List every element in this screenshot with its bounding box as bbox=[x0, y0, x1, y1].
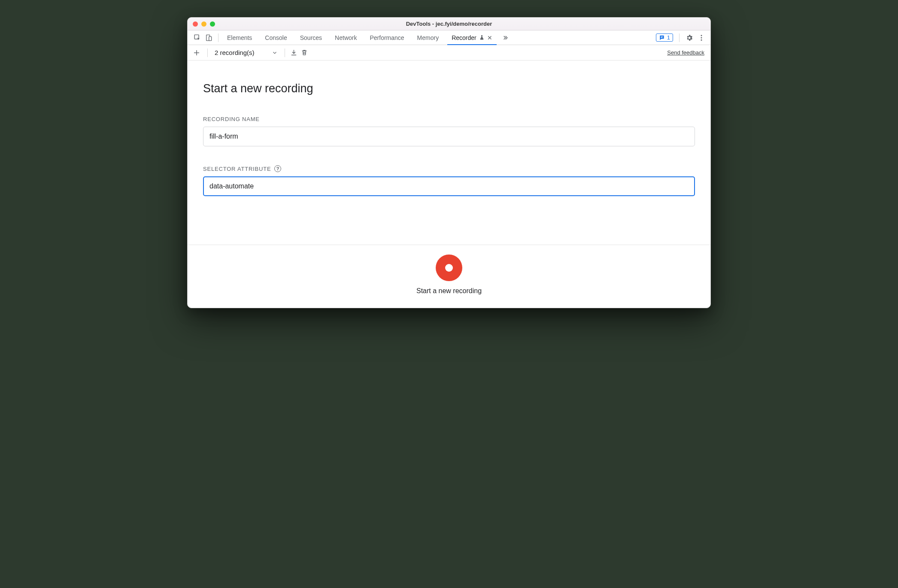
recorder-content: Start a new recording RECORDING NAME SEL… bbox=[188, 61, 710, 245]
page-title: Start a new recording bbox=[203, 82, 695, 95]
app-window: DevTools - jec.fyi/demo/recorder Element… bbox=[187, 17, 711, 308]
tab-label: Elements bbox=[227, 34, 252, 41]
close-tab-icon[interactable]: ✕ bbox=[487, 34, 492, 41]
tab-sources[interactable]: Sources bbox=[294, 30, 328, 45]
recording-name-label: RECORDING NAME bbox=[203, 116, 695, 122]
recordings-dropdown[interactable]: 2 recording(s) bbox=[213, 49, 279, 56]
export-icon[interactable] bbox=[290, 49, 297, 56]
zoom-window-button[interactable] bbox=[210, 21, 215, 27]
delete-trash-icon[interactable] bbox=[301, 49, 308, 56]
divider bbox=[679, 33, 680, 42]
new-recording-icon[interactable] bbox=[191, 49, 202, 57]
more-tabs-icon[interactable] bbox=[499, 34, 511, 41]
tab-label: Network bbox=[335, 34, 357, 41]
recording-name-field: RECORDING NAME bbox=[203, 116, 695, 146]
svg-point-7 bbox=[701, 39, 702, 40]
tab-label: Recorder bbox=[452, 34, 476, 41]
svg-rect-3 bbox=[661, 36, 663, 37]
issues-count: 1 bbox=[667, 34, 670, 41]
svg-rect-2 bbox=[209, 36, 212, 40]
send-feedback-link[interactable]: Send feedback bbox=[667, 49, 707, 56]
tab-label: Memory bbox=[417, 34, 439, 41]
selector-attribute-field: SELECTOR ATTRIBUTE ? bbox=[203, 165, 695, 196]
devtools-tabstrip: Elements Console Sources Network Perform… bbox=[188, 30, 710, 45]
tab-console[interactable]: Console bbox=[259, 30, 293, 45]
tab-elements[interactable]: Elements bbox=[221, 30, 258, 45]
titlebar: DevTools - jec.fyi/demo/recorder bbox=[188, 18, 710, 30]
svg-point-6 bbox=[701, 37, 702, 38]
minimize-window-button[interactable] bbox=[201, 21, 206, 27]
svg-point-5 bbox=[701, 35, 702, 36]
divider bbox=[207, 48, 208, 57]
tab-label: Sources bbox=[300, 34, 322, 41]
dropdown-label: 2 recording(s) bbox=[215, 49, 255, 56]
tab-recorder[interactable]: Recorder ✕ bbox=[446, 30, 498, 45]
selector-attribute-label: SELECTOR ATTRIBUTE bbox=[203, 166, 271, 172]
help-icon[interactable]: ? bbox=[274, 165, 281, 172]
record-dot-icon bbox=[445, 264, 453, 272]
divider bbox=[218, 33, 218, 42]
divider bbox=[285, 48, 285, 57]
chevron-down-icon bbox=[272, 50, 278, 56]
tab-label: Performance bbox=[370, 34, 404, 41]
issues-chip[interactable]: 1 bbox=[656, 33, 673, 42]
selector-attribute-input[interactable] bbox=[203, 176, 695, 196]
close-window-button[interactable] bbox=[193, 21, 198, 27]
recorder-toolbar: 2 recording(s) Send feedback bbox=[188, 45, 710, 61]
svg-rect-4 bbox=[661, 37, 662, 37]
experiment-flask-icon bbox=[479, 35, 485, 40]
tab-label: Console bbox=[265, 34, 287, 41]
kebab-menu-icon[interactable] bbox=[698, 34, 705, 42]
tab-performance[interactable]: Performance bbox=[364, 30, 410, 45]
device-toolbar-icon[interactable] bbox=[205, 34, 212, 41]
settings-gear-icon[interactable] bbox=[686, 34, 693, 42]
start-recording-label: Start a new recording bbox=[416, 287, 482, 295]
tab-network[interactable]: Network bbox=[329, 30, 363, 45]
window-title: DevTools - jec.fyi/demo/recorder bbox=[188, 21, 710, 27]
recording-name-input[interactable] bbox=[203, 127, 695, 146]
recorder-footer: Start a new recording bbox=[188, 245, 710, 308]
window-controls bbox=[188, 21, 215, 27]
start-recording-button[interactable] bbox=[436, 255, 462, 281]
tab-memory[interactable]: Memory bbox=[411, 30, 445, 45]
inspect-element-icon[interactable] bbox=[194, 34, 201, 41]
